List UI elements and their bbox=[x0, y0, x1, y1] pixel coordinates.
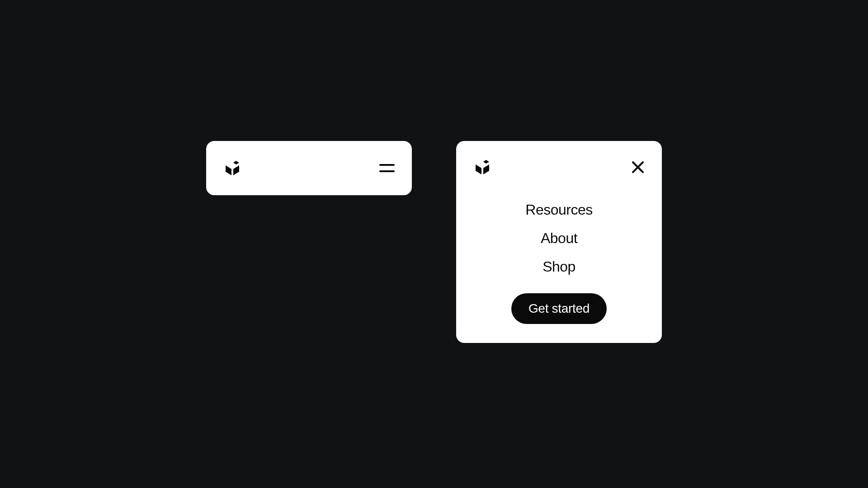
menu-item-resources[interactable]: Resources bbox=[525, 202, 592, 218]
menu-items-list: Resources About Shop bbox=[473, 202, 645, 275]
hamburger-icon[interactable] bbox=[379, 163, 395, 174]
navbar-expanded: Resources About Shop Get started bbox=[456, 141, 662, 343]
menu-item-shop[interactable]: Shop bbox=[542, 258, 576, 275]
navbar-collapsed bbox=[206, 141, 412, 195]
logo-icon[interactable] bbox=[223, 159, 241, 177]
menu-item-about[interactable]: About bbox=[541, 230, 577, 247]
get-started-button[interactable]: Get started bbox=[511, 293, 607, 324]
close-icon[interactable] bbox=[631, 160, 645, 174]
logo-icon[interactable] bbox=[473, 158, 491, 176]
